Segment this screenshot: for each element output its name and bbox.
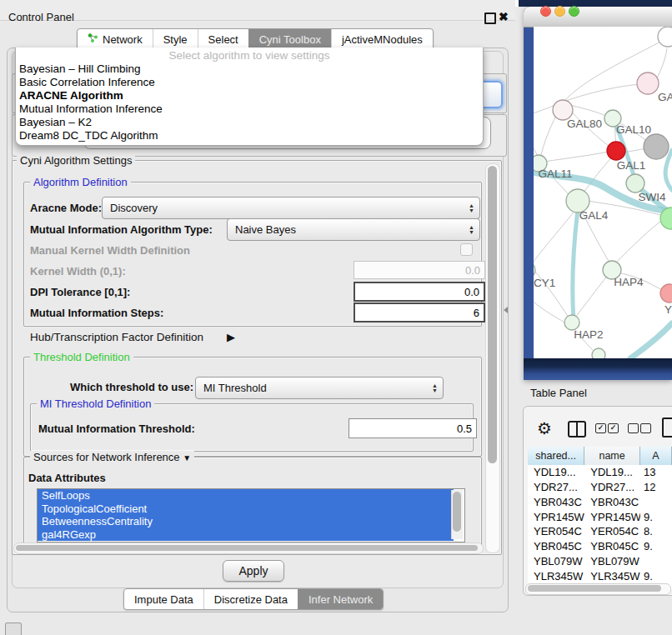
data-attributes-list[interactable]: SelfLoopsTopologicalCoefficientBetweenne…: [37, 488, 465, 542]
float-window-icon[interactable]: [484, 12, 496, 24]
tab-cyni-toolbox[interactable]: Cyni Toolbox: [248, 29, 331, 49]
table-cell[interactable]: YDL19...: [528, 466, 584, 478]
settings-hscrollbar-thumb[interactable]: [16, 545, 478, 551]
select-all-checked-icon[interactable]: ✓: [608, 423, 619, 433]
table-row[interactable]: YBL079WYBL079W: [528, 554, 672, 569]
sources-title[interactable]: Sources for Network Inference ▼: [30, 451, 194, 463]
column-header-shared[interactable]: shared...: [528, 447, 584, 465]
stepper-icon: ▲▼: [465, 225, 479, 235]
attribute-item-gal4rgexp[interactable]: gal4RGexp: [38, 528, 454, 542]
mac-zoom-button[interactable]: [569, 6, 579, 17]
panel-collapse-arrow-icon[interactable]: [504, 307, 508, 313]
node-GAL1[interactable]: [607, 142, 625, 160]
attributes-scrollbar-thumb[interactable]: [453, 492, 461, 532]
table-cell[interactable]: YBR043C: [528, 496, 584, 508]
network-labels: GALGAL80GAL10GAL1GAL11SWI4GAL4GCY1HAP4YH…: [534, 91, 672, 341]
network-window-frame: [524, 358, 672, 380]
aracne-mode-select[interactable]: Discovery ▲▼: [102, 197, 480, 219]
bottom-tab-infer-network-label: Infer Network: [308, 593, 373, 606]
tab-jactivemnodules[interactable]: jActiveMNodules: [331, 29, 433, 49]
table-cell[interactable]: 13: [640, 466, 672, 478]
deselect-all-icon[interactable]: [640, 423, 651, 433]
tab-select[interactable]: Select: [198, 29, 248, 49]
mi-type-value: Naive Bayes: [228, 223, 465, 236]
settings-hscrollbar[interactable]: [13, 542, 484, 554]
table-cell[interactable]: YER054C: [584, 525, 640, 538]
mac-close-button[interactable]: [540, 6, 551, 17]
table-cell[interactable]: YLR345W: [528, 570, 584, 582]
table-cell[interactable]: 8.: [640, 525, 672, 538]
column-header-name[interactable]: name: [584, 447, 640, 465]
node-SWI4[interactable]: [626, 174, 644, 192]
table-cell[interactable]: YER054C: [528, 525, 584, 538]
column-header-a[interactable]: A: [640, 447, 672, 465]
attribute-item-betweennesscentrality[interactable]: BetweennessCentrality: [38, 515, 454, 528]
bottom-tab-impute-data[interactable]: Impute Data: [124, 589, 203, 609]
function-builder-icon[interactable]: [662, 418, 672, 438]
bottom-tab-infer-network[interactable]: Infer Network: [298, 589, 383, 609]
mac-minimize-button[interactable]: [554, 6, 565, 17]
deselect-all-icon[interactable]: [628, 423, 639, 433]
mi-steps-field[interactable]: 6: [354, 302, 485, 322]
table-row[interactable]: YBR043CYBR043C: [528, 495, 672, 510]
table-cell[interactable]: YPR145W: [584, 511, 640, 523]
menu-item-basic-correlation-inference[interactable]: Basic Correlation Inference: [16, 76, 483, 89]
table-row[interactable]: YBR045CYBR045C9.: [528, 539, 672, 554]
menu-item-aracne-algorithm[interactable]: ARACNE Algorithm: [16, 89, 483, 102]
mi-type-select[interactable]: Naive Bayes ▲▼: [227, 218, 480, 241]
table-cell[interactable]: YDR27...: [584, 481, 640, 493]
menu-item-dream8-dc-tdc-algorithm[interactable]: Dream8 DC_TDC Algorithm: [16, 129, 483, 142]
table-cell[interactable]: YLR345W: [584, 570, 640, 582]
table-cell[interactable]: YBR043C: [584, 496, 640, 508]
table-hscrollbar-thumb[interactable]: [528, 585, 661, 592]
table-cell[interactable]: YBR045C: [584, 540, 640, 552]
mi-threshold-field[interactable]: 0.5: [349, 418, 477, 438]
table-cell[interactable]: 12: [640, 481, 672, 493]
attribute-item-selfloops[interactable]: SelfLoops: [38, 489, 454, 502]
attribute-item-topologicalcoefficient[interactable]: TopologicalCoefficient: [38, 502, 454, 516]
stepper-icon: ▲▼: [465, 203, 479, 213]
network-canvas[interactable]: GALGAL80GAL10GAL1GAL11SWI4GAL4GCY1HAP4YH…: [534, 27, 672, 358]
table-cell[interactable]: YPR145W: [528, 511, 584, 523]
node-label-swi4: SWI4: [638, 191, 665, 203]
settings-vscrollbar-thumb[interactable]: [488, 166, 497, 463]
node-GCY1[interactable]: [534, 262, 535, 278]
minimized-panel-icon[interactable]: [5, 622, 22, 635]
table-cell[interactable]: YDR27...: [528, 481, 584, 493]
select-all-checked-icon[interactable]: ✓: [595, 423, 606, 433]
table-cell[interactable]: 9.: [640, 540, 672, 552]
table-cell[interactable]: YBR045C: [528, 540, 584, 552]
table-cell[interactable]: YBL079W: [528, 555, 584, 568]
bottom-tab-discretize-data[interactable]: Discretize Data: [203, 589, 298, 609]
tab-style-label: Style: [163, 33, 188, 46]
table-row[interactable]: YDL19...YDL19...13: [528, 465, 672, 480]
table-row[interactable]: YLR345WYLR345W9.: [528, 568, 672, 583]
table-cell[interactable]: 9.: [640, 570, 672, 582]
column-layout-icon[interactable]: [568, 421, 586, 438]
node-pink-top[interactable]: [637, 72, 659, 94]
table-cell[interactable]: YBL079W: [584, 555, 640, 568]
menu-item-bayesian-k2[interactable]: Bayesian – K2: [16, 116, 483, 129]
menu-item-mutual-information-inference[interactable]: Mutual Information Inference: [16, 102, 483, 116]
table-row[interactable]: YDR27...YDR27...12: [528, 480, 672, 495]
which-threshold-select[interactable]: MI Threshold ▲▼: [195, 377, 444, 399]
dpi-tolerance-field[interactable]: 0.0: [354, 282, 485, 302]
collapse-arrow-icon[interactable]: ▼: [183, 453, 191, 462]
node-bottom-partial[interactable]: [592, 348, 605, 358]
gear-icon[interactable]: ⚙: [537, 418, 552, 438]
table-cell[interactable]: YDL19...: [584, 466, 640, 478]
table-row[interactable]: YER054CYER054C8.: [528, 524, 672, 539]
node-Y-pink[interactable]: [660, 284, 672, 302]
menu-item-bayesian-hill-climbing[interactable]: Bayesian – Hill Climbing: [16, 62, 483, 76]
hub-definition-label[interactable]: Hub/Transcription Factor Definition: [30, 331, 203, 343]
apply-button[interactable]: Apply: [223, 560, 284, 582]
algorithm-menu-items: Bayesian – Hill ClimbingBasic Correlatio…: [16, 62, 483, 142]
tab-network[interactable]: Network: [78, 29, 153, 49]
close-icon[interactable]: ✖: [499, 10, 509, 23]
table-row[interactable]: YPR145WYPR145W9.: [528, 509, 672, 524]
node-top-partial[interactable]: [658, 27, 672, 47]
table-cell[interactable]: 9.: [640, 511, 672, 523]
tab-style[interactable]: Style: [153, 29, 198, 49]
node-gray[interactable]: [644, 134, 669, 159]
expand-arrow-icon[interactable]: ▶: [227, 331, 235, 343]
